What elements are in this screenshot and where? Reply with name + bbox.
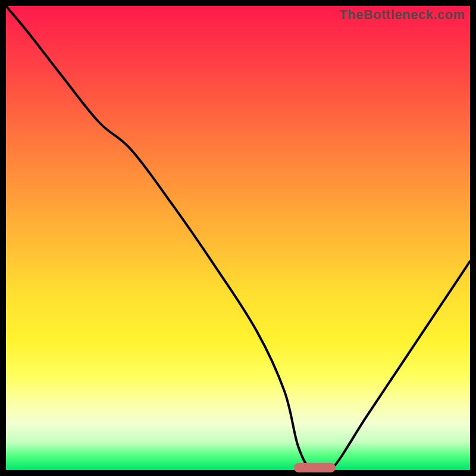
- curve-path: [6, 6, 470, 470]
- bottleneck-curve: [6, 6, 470, 470]
- watermark-text: TheBottleneck.com: [340, 7, 465, 23]
- optimal-range-marker: [294, 463, 336, 472]
- chart-frame: TheBottleneck.com: [0, 0, 476, 476]
